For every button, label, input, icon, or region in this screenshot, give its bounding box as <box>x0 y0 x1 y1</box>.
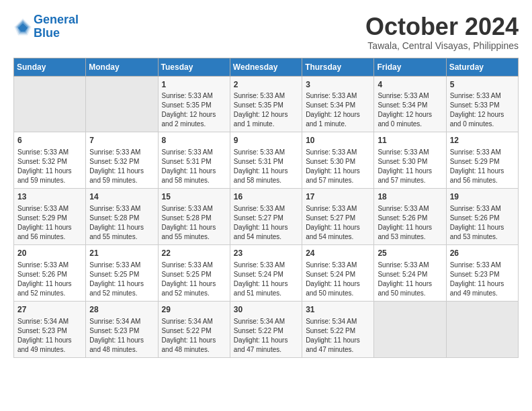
day-number: 28 <box>89 304 154 316</box>
day-info: Daylight: 12 hours <box>306 110 370 120</box>
calendar-cell: 30Sunrise: 5:34 AMSunset: 5:22 PMDayligh… <box>230 301 302 357</box>
day-number: 24 <box>306 248 370 259</box>
calendar-week-row: 13Sunrise: 5:33 AMSunset: 5:29 PMDayligh… <box>14 189 519 245</box>
day-info: Daylight: 11 hours <box>17 223 82 232</box>
day-number: 31 <box>306 304 370 316</box>
day-info: Daylight: 11 hours <box>17 336 82 345</box>
day-number: 15 <box>162 191 226 203</box>
day-info: Sunset: 5:24 PM <box>306 270 370 279</box>
calendar-cell: 7Sunrise: 5:33 AMSunset: 5:32 PMDaylight… <box>86 132 158 189</box>
day-info: Daylight: 11 hours <box>89 167 154 176</box>
day-info: Daylight: 11 hours <box>306 336 370 345</box>
day-info: Sunrise: 5:33 AM <box>89 261 154 270</box>
day-number: 7 <box>89 135 154 146</box>
day-info: Daylight: 11 hours <box>378 167 442 176</box>
day-info: Sunrise: 5:33 AM <box>306 261 370 270</box>
calendar-cell: 23Sunrise: 5:33 AMSunset: 5:24 PMDayligh… <box>230 244 302 301</box>
day-number: 30 <box>234 304 298 316</box>
day-info: Daylight: 11 hours <box>450 223 515 232</box>
day-info: Sunset: 5:29 PM <box>450 157 515 167</box>
day-info: and 52 minutes. <box>17 289 82 298</box>
day-info: Sunset: 5:23 PM <box>17 326 82 336</box>
day-info: Daylight: 11 hours <box>234 223 298 232</box>
calendar-cell: 9Sunrise: 5:33 AMSunset: 5:31 PMDaylight… <box>230 132 302 189</box>
day-info: Daylight: 11 hours <box>162 223 226 232</box>
calendar-cell: 24Sunrise: 5:33 AMSunset: 5:24 PMDayligh… <box>302 244 374 301</box>
calendar-week-row: 20Sunrise: 5:33 AMSunset: 5:26 PMDayligh… <box>14 244 519 301</box>
calendar-cell: 4Sunrise: 5:33 AMSunset: 5:34 PMDaylight… <box>374 76 446 132</box>
day-info: and 58 minutes. <box>162 176 226 185</box>
day-info: Sunrise: 5:33 AM <box>234 261 298 270</box>
calendar-cell: 29Sunrise: 5:34 AMSunset: 5:22 PMDayligh… <box>158 301 230 357</box>
day-number: 2 <box>234 79 298 91</box>
day-info: Daylight: 11 hours <box>234 279 298 289</box>
page-header: General Blue October 2024 Tawala, Centra… <box>13 13 519 51</box>
day-number: 6 <box>17 135 82 146</box>
day-number: 12 <box>450 135 515 146</box>
day-header-monday: Monday <box>86 58 158 76</box>
day-info: Sunrise: 5:33 AM <box>162 91 226 101</box>
title-block: October 2024 Tawala, Central Visayas, Ph… <box>365 13 519 51</box>
day-number: 22 <box>162 248 226 259</box>
calendar-cell <box>374 301 446 357</box>
day-info: Sunrise: 5:33 AM <box>450 261 515 270</box>
day-info: Sunrise: 5:33 AM <box>89 148 154 157</box>
calendar-cell: 11Sunrise: 5:33 AMSunset: 5:30 PMDayligh… <box>374 132 446 189</box>
day-info: Sunset: 5:30 PM <box>306 157 370 167</box>
logo-icon <box>13 17 32 36</box>
day-info: Daylight: 11 hours <box>234 167 298 176</box>
day-info: Sunrise: 5:33 AM <box>306 91 370 101</box>
day-info: Sunrise: 5:33 AM <box>234 91 298 101</box>
day-info: Daylight: 11 hours <box>89 336 154 345</box>
day-info: and 1 minute. <box>234 120 298 129</box>
calendar-week-row: 27Sunrise: 5:34 AMSunset: 5:23 PMDayligh… <box>14 301 519 357</box>
day-info: and 0 minutes. <box>378 120 442 129</box>
day-info: Sunset: 5:28 PM <box>162 214 226 223</box>
day-number: 21 <box>89 248 154 259</box>
day-number: 17 <box>306 191 370 203</box>
day-number: 13 <box>17 191 82 203</box>
day-number: 14 <box>89 191 154 203</box>
calendar-cell <box>446 301 518 357</box>
day-info: Daylight: 11 hours <box>89 223 154 232</box>
day-number: 16 <box>234 191 298 203</box>
day-info: Sunset: 5:23 PM <box>89 326 154 336</box>
calendar-week-row: 6Sunrise: 5:33 AMSunset: 5:32 PMDaylight… <box>14 132 519 189</box>
calendar-header-row: SundayMondayTuesdayWednesdayThursdayFrid… <box>14 58 519 76</box>
calendar-week-row: 1Sunrise: 5:33 AMSunset: 5:35 PMDaylight… <box>14 76 519 132</box>
day-info: and 52 minutes. <box>162 289 226 298</box>
day-info: Sunset: 5:26 PM <box>17 270 82 279</box>
day-info: and 52 minutes. <box>89 289 154 298</box>
location: Tawala, Central Visayas, Philippines <box>365 40 519 51</box>
day-info: Daylight: 11 hours <box>378 279 442 289</box>
day-info: and 49 minutes. <box>17 345 82 355</box>
calendar-cell: 8Sunrise: 5:33 AMSunset: 5:31 PMDaylight… <box>158 132 230 189</box>
day-info: Sunset: 5:23 PM <box>450 270 515 279</box>
day-info: Sunset: 5:32 PM <box>17 157 82 167</box>
day-info: and 1 minute. <box>306 120 370 129</box>
day-info: Sunset: 5:24 PM <box>234 270 298 279</box>
day-info: Sunrise: 5:33 AM <box>378 91 442 101</box>
day-info: Sunset: 5:34 PM <box>306 101 370 110</box>
day-info: Sunrise: 5:33 AM <box>450 148 515 157</box>
day-info: Sunrise: 5:33 AM <box>162 261 226 270</box>
day-info: Sunrise: 5:33 AM <box>162 204 226 214</box>
calendar-cell: 15Sunrise: 5:33 AMSunset: 5:28 PMDayligh… <box>158 189 230 245</box>
day-info: Sunrise: 5:33 AM <box>378 204 442 214</box>
day-info: Daylight: 12 hours <box>378 110 442 120</box>
day-info: Sunrise: 5:33 AM <box>234 148 298 157</box>
day-info: Sunrise: 5:33 AM <box>162 148 226 157</box>
calendar-cell <box>86 76 158 132</box>
day-info: Sunrise: 5:33 AM <box>17 148 82 157</box>
calendar-cell: 27Sunrise: 5:34 AMSunset: 5:23 PMDayligh… <box>14 301 86 357</box>
day-info: Daylight: 11 hours <box>450 167 515 176</box>
day-number: 27 <box>17 304 82 316</box>
day-number: 1 <box>162 79 226 91</box>
day-info: Sunrise: 5:33 AM <box>378 148 442 157</box>
calendar-cell: 18Sunrise: 5:33 AMSunset: 5:26 PMDayligh… <box>374 189 446 245</box>
day-info: Sunset: 5:30 PM <box>378 157 442 167</box>
day-info: and 55 minutes. <box>89 232 154 242</box>
calendar-cell: 10Sunrise: 5:33 AMSunset: 5:30 PMDayligh… <box>302 132 374 189</box>
day-info: Sunrise: 5:33 AM <box>378 261 442 270</box>
day-info: and 53 minutes. <box>450 232 515 242</box>
